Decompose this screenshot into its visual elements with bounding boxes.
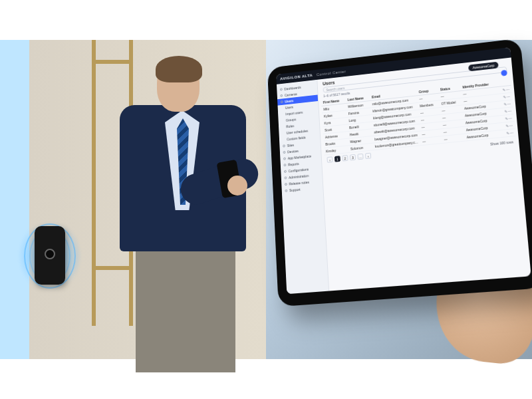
brand-name: AVIGILON ALTA xyxy=(280,73,313,80)
page-2[interactable]: 2 xyxy=(342,155,348,162)
person-with-phone xyxy=(93,53,266,359)
page-title: Users xyxy=(323,80,335,86)
search-placeholder: Search users xyxy=(326,86,344,92)
photo-access-door xyxy=(0,40,266,359)
page-‹[interactable]: ‹ xyxy=(327,156,332,163)
page-…[interactable]: … xyxy=(357,154,363,160)
tablet-device: AVIGILON ALTA Control Center AwesomeCorp… xyxy=(267,39,532,307)
photo-tablet-in-hand: AVIGILON ALTA Control Center AwesomeCorp… xyxy=(266,40,532,359)
tablet-screen: AVIGILON ALTA Control Center AwesomeCorp… xyxy=(276,47,531,294)
page-›[interactable]: › xyxy=(365,153,371,160)
page-3[interactable]: 3 xyxy=(350,154,356,161)
door-reader-led xyxy=(45,249,55,259)
brand-sub: Control Center xyxy=(317,69,346,76)
page-1[interactable]: 1 xyxy=(334,156,340,162)
rows-per-page[interactable]: Show 100 rows xyxy=(485,137,519,148)
